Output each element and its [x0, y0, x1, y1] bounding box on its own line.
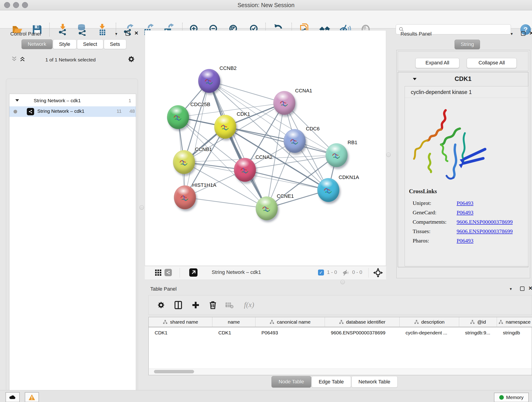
bottom-splitter-handle[interactable] — [341, 280, 345, 284]
cell-database-identifier[interactable]: 9606.ENSP00000378699 — [325, 328, 399, 338]
crosslink-link[interactable]: 9606.ENSP00000378699 — [457, 228, 513, 235]
crosslink-label: Uniprot: — [413, 200, 457, 206]
panel-menu-caret-icon[interactable]: ▼ — [114, 32, 118, 36]
network-edge-count: 48 — [129, 108, 135, 114]
control-panel-tabs: NetworkStyleSelectSets — [22, 39, 127, 49]
close-panel-icon[interactable]: ✕ — [529, 32, 532, 35]
node-HIST1H1A[interactable] — [174, 185, 196, 209]
close-panel-icon[interactable]: ✕ — [134, 32, 138, 35]
tab-style[interactable]: Style — [53, 39, 76, 49]
node-CCNA1[interactable] — [273, 91, 295, 115]
node-CDK1[interactable] — [214, 115, 236, 139]
panel-menu-caret-icon[interactable]: ▼ — [510, 32, 513, 36]
node-label-CCNB1: CCNB1 — [195, 147, 212, 153]
cytoscape-window: Session: New Session — [0, 0, 532, 402]
edge-CCNB2-CCNE1[interactable] — [209, 81, 267, 208]
collapse-all-button[interactable]: Collapse All — [467, 58, 517, 68]
cell-description[interactable]: cyclin-dependent ... — [399, 328, 459, 338]
memory-button[interactable]: Memory — [494, 393, 529, 402]
scrollbar-thumb[interactable] — [154, 370, 194, 373]
node-CDKN1A[interactable] — [317, 178, 339, 202]
add-column-icon[interactable] — [191, 300, 200, 311]
cell-canonical-name[interactable]: P06493 — [255, 328, 325, 338]
float-panel-icon[interactable] — [521, 32, 525, 36]
node-label-CDK1: CDK1 — [237, 111, 250, 117]
float-panel-icon[interactable] — [126, 32, 130, 36]
memory-label: Memory — [506, 395, 524, 400]
node-CCNB1[interactable] — [173, 150, 195, 174]
node-label-RB1: RB1 — [348, 140, 357, 146]
crosslink-link[interactable]: P06493 — [457, 200, 473, 206]
node-CDC6[interactable] — [284, 129, 306, 153]
column-header-shared-name[interactable]: shared name — [149, 317, 212, 327]
crosslinks-title: CrossLinks — [405, 185, 528, 195]
panel-menu-caret-icon[interactable]: ▼ — [509, 287, 513, 291]
node-CCNB2[interactable] — [198, 69, 220, 93]
gene-symbol: CDK1 — [398, 75, 528, 83]
node-table: shared namenamecanonical namedatabase id… — [148, 317, 532, 375]
delete-table-icon — [225, 302, 234, 310]
crosslink-link[interactable]: 9606.ENSP00000378699 — [457, 219, 513, 225]
gene-description: cyclin-dependent kinase 1 — [405, 86, 528, 98]
network-selection-status: 1 of 1 Network selected — [45, 57, 95, 63]
crosslinks-list: Uniprot:P06493GeneCard:P06493Compartment… — [405, 195, 528, 244]
title-bar: Session: New Session — [0, 0, 532, 10]
node-CCNE1[interactable] — [256, 196, 278, 220]
tab-string[interactable]: String — [455, 40, 480, 49]
cloud-button[interactable] — [6, 392, 20, 402]
node-RB1[interactable] — [326, 143, 348, 167]
split-columns-icon[interactable] — [174, 300, 183, 311]
column-header-database-identifier[interactable]: database identifier — [325, 317, 399, 327]
tab-select[interactable]: Select — [77, 39, 103, 49]
tab-sets[interactable]: Sets — [104, 39, 126, 49]
hidden-eye-icon[interactable] — [342, 269, 350, 277]
grid-view-icon[interactable] — [155, 269, 162, 277]
network-view-canvas[interactable]: CCNB2CCNA1CDC25BCDK1CDC6RB1CCNB1CCNA2CDK… — [145, 30, 386, 266]
column-header-namespace[interactable]: namespace — [497, 317, 532, 327]
expand-all-icon[interactable] — [19, 56, 26, 63]
network-tree: String Network – cdk1 1 String Network –… — [9, 94, 136, 402]
column-header--id[interactable]: @id — [459, 317, 497, 327]
edge-CDK1-RB1[interactable] — [225, 127, 336, 155]
expand-all-button[interactable]: Expand All — [415, 58, 459, 68]
cell-name[interactable]: CDK1 — [212, 328, 255, 338]
network-node-count: 11 — [117, 108, 122, 114]
node-CCNA2[interactable] — [234, 158, 256, 182]
left-splitter-handle[interactable] — [139, 205, 144, 210]
close-panel-icon[interactable]: ✕ — [528, 287, 532, 290]
warning-icon — [28, 394, 35, 400]
column-header-canonical-name[interactable]: canonical name — [255, 317, 325, 327]
delete-column-icon[interactable] — [209, 300, 217, 311]
right-splitter-handle[interactable] — [386, 153, 391, 157]
network-share-icon[interactable] — [165, 269, 172, 276]
collapse-all-icon[interactable] — [11, 56, 17, 63]
gear-icon[interactable] — [127, 55, 135, 64]
network-row-selected[interactable]: String Network – cdk1 11 48 — [9, 106, 136, 117]
tab-node-table[interactable]: Node Table — [272, 376, 311, 388]
warnings-button[interactable] — [25, 392, 39, 402]
edge-CCNB2-CCNA1[interactable] — [209, 81, 284, 103]
birdseye-view-icon[interactable] — [189, 268, 197, 277]
tab-network[interactable]: Network — [22, 39, 52, 49]
crosshair-icon[interactable] — [373, 268, 383, 279]
network-collection-row[interactable]: String Network – cdk1 1 — [9, 96, 136, 106]
node-CDC25B[interactable] — [167, 105, 189, 129]
column-header-description[interactable]: description — [399, 317, 459, 327]
edge-HIST1H1A-CCNE1[interactable] — [185, 197, 267, 208]
cell--id[interactable]: stringdb:9... — [459, 328, 497, 338]
tab-edge-table[interactable]: Edge Table — [312, 376, 351, 388]
node-label-CCNB2: CCNB2 — [220, 65, 237, 71]
edge-CCNA2-CDKN1A[interactable] — [245, 170, 328, 190]
selected-checkbox-icon[interactable]: ✓ — [318, 269, 324, 275]
collapse-caret-icon[interactable] — [15, 99, 19, 103]
crosslink-link[interactable]: P06493 — [457, 210, 473, 216]
float-panel-icon[interactable] — [520, 287, 525, 291]
table-horizontal-scrollbar[interactable] — [149, 369, 532, 375]
main-toolbar: ? — [0, 10, 532, 28]
crosslink-link[interactable]: P06493 — [457, 238, 473, 244]
cell-namespace[interactable]: stringdb — [497, 328, 532, 338]
tab-network-table[interactable]: Network Table — [351, 376, 398, 388]
gear-icon[interactable] — [157, 301, 165, 310]
column-header-name[interactable]: name — [212, 317, 255, 327]
cell-shared-name[interactable]: CDK1 — [149, 328, 212, 338]
